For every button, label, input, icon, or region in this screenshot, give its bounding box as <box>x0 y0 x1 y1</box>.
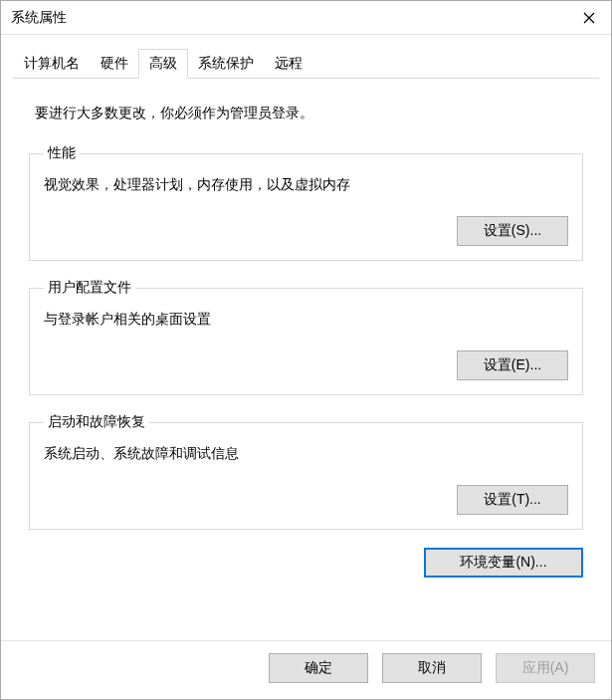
group-startup-recovery-desc: 系统启动、系统故障和调试信息 <box>44 445 568 463</box>
group-performance: 性能 视觉效果，处理器计划，内存使用，以及虚拟内存 设置(S)... <box>29 144 583 261</box>
group-user-profiles-desc: 与登录帐户相关的桌面设置 <box>44 311 568 329</box>
group-user-profiles-legend: 用户配置文件 <box>44 279 135 297</box>
dialog-footer: 确定 取消 应用(A) <box>1 640 611 699</box>
tab-computer-name[interactable]: 计算机名 <box>13 49 91 79</box>
ok-button[interactable]: 确定 <box>269 653 368 683</box>
close-icon[interactable] <box>566 1 611 34</box>
group-performance-desc: 视觉效果，处理器计划，内存使用，以及虚拟内存 <box>44 176 568 194</box>
environment-variables-button[interactable]: 环境变量(N)... <box>424 548 583 578</box>
tab-remote[interactable]: 远程 <box>264 49 313 79</box>
group-startup-recovery: 启动和故障恢复 系统启动、系统故障和调试信息 设置(T)... <box>29 413 583 530</box>
group-user-profiles: 用户配置文件 与登录帐户相关的桌面设置 设置(E)... <box>29 279 583 395</box>
apply-button[interactable]: 应用(A) <box>496 653 595 683</box>
admin-note: 要进行大多数更改，你必须作为管理员登录。 <box>35 105 577 122</box>
tab-content-advanced: 要进行大多数更改，你必须作为管理员登录。 性能 视觉效果，处理器计划，内存使用，… <box>1 79 611 640</box>
titlebar: 系统属性 <box>1 1 611 35</box>
startup-recovery-settings-button[interactable]: 设置(T)... <box>457 485 568 515</box>
performance-settings-button[interactable]: 设置(S)... <box>457 216 568 246</box>
window-title: 系统属性 <box>11 9 67 27</box>
group-startup-recovery-legend: 启动和故障恢复 <box>44 413 149 431</box>
tabstrip: 计算机名 硬件 高级 系统保护 远程 <box>1 35 611 79</box>
tab-system-protection[interactable]: 系统保护 <box>187 49 265 79</box>
user-profiles-settings-button[interactable]: 设置(E)... <box>457 350 568 380</box>
tab-advanced[interactable]: 高级 <box>138 49 188 79</box>
group-performance-legend: 性能 <box>44 144 80 162</box>
cancel-button[interactable]: 取消 <box>382 653 482 683</box>
tab-hardware[interactable]: 硬件 <box>90 49 139 79</box>
system-properties-dialog: 系统属性 计算机名 硬件 高级 系统保护 远程 要进行大多数更改，你必须作为管理… <box>0 0 612 700</box>
